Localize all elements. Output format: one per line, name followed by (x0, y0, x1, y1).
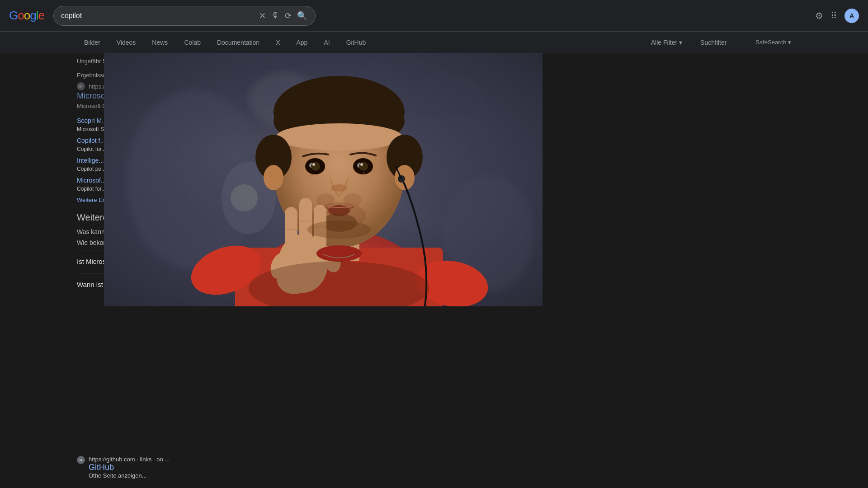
safe-search-chevron-icon: ▾ (788, 39, 791, 46)
svg-point-27 (359, 162, 368, 171)
lens-icon: ⟳ (285, 11, 292, 21)
filter-chevron-icon: ▾ (679, 39, 682, 46)
svg-point-29 (360, 163, 363, 166)
clear-icon: ✕ (259, 11, 266, 21)
favicon-microsoft: M (77, 82, 85, 90)
tab-news[interactable]: News (145, 35, 175, 50)
video-overlay (104, 53, 542, 306)
svg-point-34 (344, 193, 362, 207)
nav-right: Alle Filter ▾ Suchfilter SafeSearch ▾ (644, 35, 791, 50)
search-input[interactable]: copilot (61, 12, 254, 20)
github-result: GH https://github.com · links · on ... G… (77, 456, 170, 479)
nav-tabs: Bilder Videos News Colab Documentation X… (0, 32, 868, 53)
clear-button[interactable]: ✕ (258, 10, 267, 22)
safe-search[interactable]: SafeSearch ▾ (755, 39, 791, 46)
svg-point-38 (332, 157, 333, 158)
github-url: https://github.com · links · on ... (89, 456, 170, 463)
github-desc: Othe Seite anzeigen... (89, 472, 170, 479)
svg-point-48 (307, 221, 371, 239)
svg-point-39 (345, 156, 347, 157)
svg-point-28 (312, 163, 315, 166)
search-button[interactable]: 🔍 (296, 10, 308, 22)
tab-colab[interactable]: Colab (177, 35, 208, 50)
svg-point-17 (276, 123, 402, 150)
svg-point-37 (363, 172, 365, 174)
favicon-github: GH (77, 456, 85, 464)
svg-point-49 (316, 245, 362, 262)
mic-button[interactable]: 🎙 (270, 10, 280, 21)
video-content (104, 53, 542, 306)
google-logo: Google (9, 9, 44, 23)
tab-x[interactable]: X (269, 35, 287, 50)
header: Google copilot ✕ 🎙 ⟳ 🔍 ⚙ ⠿ A (0, 0, 868, 32)
search-icon: 🔍 (297, 11, 307, 21)
tab-bilder[interactable]: Bilder (77, 35, 108, 50)
svg-point-20 (264, 165, 283, 190)
svg-rect-43 (299, 198, 312, 250)
search-filter-button[interactable]: Suchfilter (693, 35, 734, 50)
tab-videos[interactable]: Videos (109, 35, 143, 50)
video-frame (104, 53, 542, 306)
tab-documentation[interactable]: Documentation (210, 35, 267, 50)
header-right: ⚙ ⠿ A (815, 9, 859, 23)
tab-github[interactable]: GitHub (339, 35, 373, 50)
tab-ai[interactable]: AI (316, 35, 337, 50)
search-bar: copilot ✕ 🎙 ⟳ 🔍 (53, 6, 316, 26)
svg-point-7 (231, 184, 258, 211)
tab-app[interactable]: App (289, 35, 315, 50)
github-title[interactable]: GitHub (89, 463, 170, 472)
main-content: Ungefähr 519 000 000 000 Ergebnisse Erge… (0, 53, 868, 488)
all-filters-button[interactable]: Alle Filter ▾ (644, 35, 689, 50)
lens-button[interactable]: ⟳ (284, 10, 292, 22)
settings-icon[interactable]: ⚙ (815, 10, 823, 21)
search-icons: ✕ 🎙 ⟳ 🔍 (258, 10, 308, 22)
avatar[interactable]: A (844, 9, 859, 23)
apps-icon[interactable]: ⠿ (830, 10, 837, 21)
svg-point-36 (311, 174, 313, 176)
svg-point-26 (311, 162, 320, 171)
mic-icon: 🎙 (271, 11, 279, 20)
